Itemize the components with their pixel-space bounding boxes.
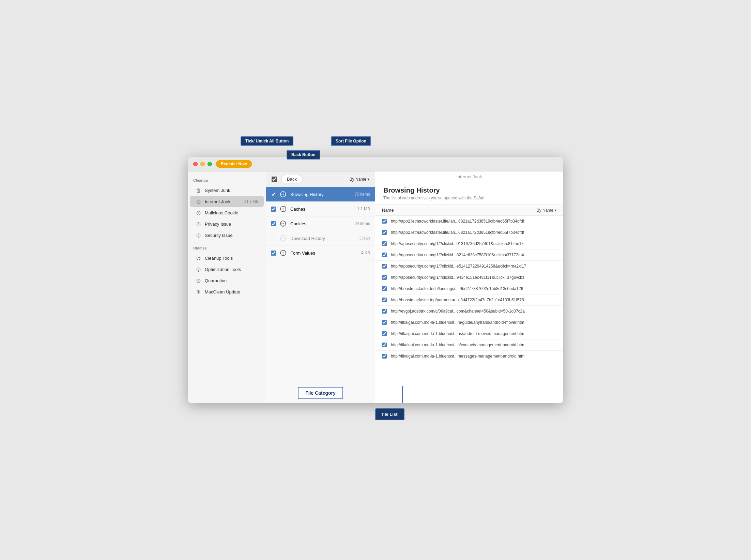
sidebar: Cleanup 🗑 System Junk ◎ Internet Junk 91… [188, 171, 266, 403]
utilities-section-label: Utilities [188, 245, 266, 252]
sidebar-item-macclean-update[interactable]: ⊕ MacClean Update [190, 286, 264, 297]
file-url-3: http://appsecurityr.com/gl1/?clickid...8… [391, 253, 556, 257]
caches-name: Caches [290, 207, 354, 212]
file-url-7: http://boostmacfaster.top/paramss=...e3d… [391, 298, 556, 302]
file-sort-dropdown[interactable]: By Name ▾ [537, 208, 556, 213]
file-checkbox-3[interactable] [382, 253, 387, 257]
sidebar-item-label: Malicious Cookie [205, 210, 238, 215]
browsing-history-checkbox[interactable] [271, 192, 276, 197]
download-history-checkbox [271, 236, 276, 241]
file-url-8: http://evgpj.adsbtrk.com/c/06a9caf...com… [391, 309, 556, 314]
file-item: http://appsecurityr.com/gl1/?clickid...9… [375, 272, 563, 283]
category-item-cookies[interactable]: Cookies 24 items [266, 216, 375, 231]
file-item: http://itkaigai.com.md-la-1.bluehost...s… [375, 339, 563, 351]
malicious-cookie-icon: ◎ [195, 210, 201, 216]
sort-chevron-icon: ▾ [554, 208, 556, 213]
sidebar-item-label: Quarantine [205, 278, 227, 283]
file-item: http://boostmacfaster.top/paramss=...e3d… [375, 294, 563, 306]
file-item: http://app2.letmacworkfaster.life/lan...… [375, 227, 563, 238]
middle-panel: Back By Name ▾ [266, 171, 375, 403]
update-icon: ⊕ [195, 289, 201, 295]
form-values-checkbox[interactable] [271, 251, 276, 256]
sort-dropdown[interactable]: By Name ▾ [350, 177, 369, 182]
trash-icon: 🗑 [195, 187, 201, 193]
file-url-9: http://itkaigai.com.md-la-1.bluehost...m… [391, 320, 556, 325]
caches-checkbox[interactable] [271, 207, 276, 212]
maximize-button[interactable] [208, 162, 212, 166]
privacy-icon: ◎ [195, 221, 201, 227]
file-checkbox-1[interactable] [382, 230, 387, 235]
file-category-annotation: File Category [298, 387, 343, 399]
register-now-button[interactable]: Register Now [216, 160, 252, 168]
minimize-button[interactable] [200, 162, 205, 166]
svg-point-25 [283, 253, 284, 254]
optimization-icon: ◎ [195, 266, 201, 272]
category-item-download-history: Download History Clean [266, 231, 375, 246]
file-list: http://app2.letmacworkfaster.life/lan...… [375, 216, 563, 403]
file-checkbox-5[interactable] [382, 275, 387, 280]
sidebar-item-cleanup-tools[interactable]: 🗂 Cleanup Tools [190, 253, 264, 263]
category-item-form-values[interactable]: Form Values 4 KB [266, 246, 375, 260]
sidebar-item-privacy-issue[interactable]: ◎ Privacy Issue [190, 218, 264, 229]
file-checkbox-2[interactable] [382, 241, 387, 246]
sort-label: By Name [537, 208, 553, 213]
file-checkbox-9[interactable] [382, 320, 387, 325]
cookies-checkbox[interactable] [271, 221, 276, 226]
file-item: http://app2.letmacworkfaster.life/lan...… [375, 216, 563, 227]
file-checkbox-6[interactable] [382, 286, 387, 291]
download-history-status: Clean [359, 236, 370, 241]
file-item: http://itkaigai.com.md-la-1.bluehost...n… [375, 328, 563, 339]
category-item-caches[interactable]: Caches 1.1 MB [266, 202, 375, 216]
file-item: http://appsecurityr.com/gl1/?clickid...e… [375, 261, 563, 272]
sidebar-item-optimization-tools[interactable]: ◎ Optimization Tools [190, 264, 264, 275]
file-item: http://appsecurityr.com/gl1/?clickid...8… [375, 249, 563, 261]
back-button[interactable]: Back [281, 175, 303, 183]
right-panel: Internet Junk Browsing History The list … [375, 171, 563, 403]
file-url-10: http://itkaigai.com.md-la-1.bluehost...n… [391, 331, 556, 336]
file-list-header: Name By Name ▾ [375, 205, 563, 216]
svg-point-1 [283, 194, 284, 195]
browsing-history-count: 75 items [355, 192, 370, 197]
file-checkbox-0[interactable] [382, 219, 387, 224]
annotation-back-button: Back Button [287, 150, 320, 160]
sidebar-item-system-junk[interactable]: 🗑 System Junk [190, 185, 264, 196]
cookies-count: 24 items [355, 221, 370, 226]
quarantine-icon: ◎ [195, 277, 201, 284]
page-description: The list of web addresses you've opened … [383, 196, 555, 200]
file-item: http://itkaigai.com.md-la-1.bluehost...m… [375, 351, 563, 362]
form-values-name: Form Values [290, 251, 358, 256]
file-checkbox-12[interactable] [382, 354, 387, 359]
form-values-icon [279, 249, 287, 257]
sidebar-item-malicious-cookie[interactable]: ◎ Malicious Cookie [190, 207, 264, 218]
chevron-down-icon: ▾ [367, 177, 369, 182]
file-checkbox-11[interactable] [382, 343, 387, 347]
file-checkbox-7[interactable] [382, 298, 387, 302]
file-item: http://itkaigai.com.md-la-1.bluehost...m… [375, 317, 563, 328]
file-url-1: http://app2.letmacworkfaster.life/lan...… [391, 230, 556, 235]
check-all-checkbox[interactable] [272, 177, 277, 182]
sidebar-item-security-issue[interactable]: ◎ Security Issue [190, 230, 264, 241]
annotation-file-list: file List [375, 408, 404, 420]
svg-point-13 [283, 223, 284, 224]
file-item: http://boostmacfaster.tech/landings/...f… [375, 283, 563, 294]
file-url-4: http://appsecurityr.com/gl1/?clickid...e… [391, 264, 556, 269]
sidebar-item-label: Security Issue [205, 233, 233, 238]
file-checkbox-4[interactable] [382, 264, 387, 269]
file-checkbox-10[interactable] [382, 331, 387, 336]
window-title-bar-right: Internet Junk [375, 171, 563, 182]
app-window: Register Now Cleanup 🗑 System Junk ◎ Int… [188, 157, 563, 403]
compass-icon [279, 191, 287, 198]
file-list-name-header: Name [382, 208, 537, 213]
sidebar-item-label: Cleanup Tools [205, 256, 233, 261]
file-url-5: http://appsecurityr.com/gl1/?clickid...9… [391, 275, 556, 280]
close-button[interactable] [193, 162, 198, 166]
sidebar-item-quarantine[interactable]: ◎ Quarantine [190, 275, 264, 286]
page-title: Browsing History [383, 186, 555, 194]
sidebar-item-label: Internet Junk [205, 199, 230, 204]
category-item-browsing-history[interactable]: Browsing History 75 items [266, 187, 375, 202]
internet-junk-icon: ◎ [195, 198, 201, 205]
file-checkbox-8[interactable] [382, 309, 387, 314]
title-bar: Register Now [188, 157, 563, 171]
annotation-tick-all: Tick/ Untick All Button [241, 136, 293, 146]
sidebar-item-internet-junk[interactable]: ◎ Internet Junk 91.9 MB [190, 196, 264, 207]
